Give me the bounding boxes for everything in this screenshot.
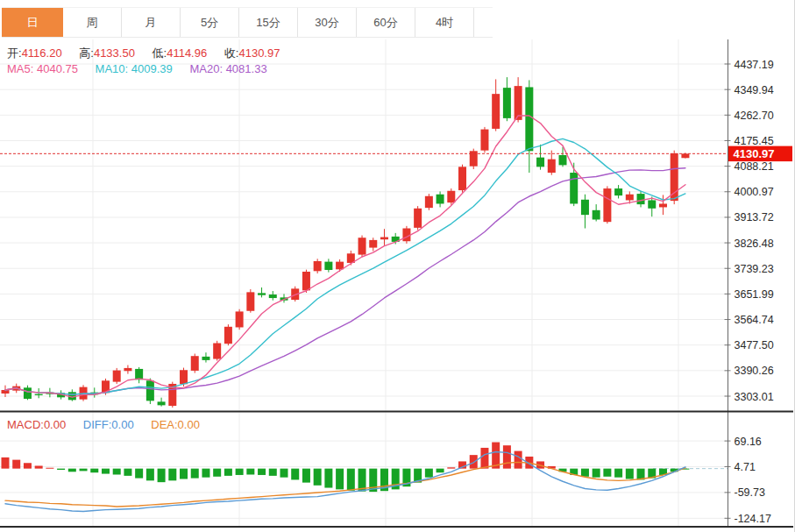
candle bbox=[258, 293, 266, 294]
macd-bar bbox=[158, 469, 166, 483]
y-axis-label: 3390.26 bbox=[735, 365, 774, 377]
macd-bar bbox=[258, 469, 266, 475]
high-value: 4133.50 bbox=[94, 46, 135, 60]
dea-value: 0.00 bbox=[178, 418, 200, 431]
candle bbox=[191, 356, 199, 371]
macd-bar bbox=[603, 469, 611, 477]
candle bbox=[246, 292, 254, 310]
macd-bar bbox=[146, 469, 154, 481]
macd-bar bbox=[626, 469, 634, 479]
macd-bar bbox=[90, 469, 98, 473]
candle bbox=[614, 188, 622, 195]
macd-bar bbox=[202, 469, 209, 478]
price-tag-label: 4130.97 bbox=[734, 147, 775, 160]
y-axis-label: 3739.23 bbox=[735, 263, 774, 275]
candle bbox=[213, 344, 221, 359]
candle bbox=[593, 210, 600, 220]
trading-chart-page: { "tabs": { "items": [ {"label": "日", "a… bbox=[0, 0, 795, 532]
y-axis-label: 4175.45 bbox=[735, 135, 774, 147]
macd-bar bbox=[470, 455, 478, 469]
macd-bar bbox=[224, 469, 232, 476]
candle bbox=[581, 200, 589, 215]
candle bbox=[480, 130, 488, 151]
macd-bar bbox=[324, 469, 332, 488]
ma10-label: MA10: bbox=[96, 62, 129, 75]
candle bbox=[458, 167, 466, 190]
candle bbox=[402, 229, 410, 242]
candle bbox=[503, 88, 511, 118]
macd-bar bbox=[593, 469, 600, 478]
macd-label: MACD: bbox=[7, 418, 44, 431]
candle bbox=[570, 173, 578, 203]
ma-readout: MA5: 4040.75 MA10: 4009.39 MA20: 4081.33 bbox=[7, 62, 281, 75]
candle bbox=[369, 240, 377, 248]
candle bbox=[515, 86, 522, 120]
macd-bar bbox=[57, 469, 65, 470]
diff-label: DIFF: bbox=[83, 418, 112, 431]
candle bbox=[158, 401, 166, 405]
candle bbox=[659, 203, 667, 207]
macd-bar bbox=[236, 469, 244, 475]
macd-bar bbox=[24, 463, 32, 468]
macd-bar bbox=[168, 469, 176, 481]
macd-bar bbox=[425, 469, 433, 478]
macd-bar bbox=[246, 469, 254, 475]
macd-bar bbox=[12, 460, 20, 469]
macd-bar bbox=[80, 469, 88, 472]
macd-axis-label: 4.71 bbox=[735, 461, 756, 473]
macd-bar bbox=[581, 469, 589, 477]
y-axis-label: 3477.50 bbox=[735, 339, 774, 351]
candle bbox=[603, 188, 611, 222]
y-axis-label: 4088.21 bbox=[735, 160, 774, 173]
macd-bar bbox=[135, 469, 143, 479]
candle bbox=[492, 94, 500, 129]
ma5-label: MA5: bbox=[7, 62, 33, 75]
low-value: 4114.96 bbox=[167, 46, 207, 60]
y-axis-label: 3651.99 bbox=[735, 288, 774, 301]
candle bbox=[626, 195, 634, 201]
macd-bar bbox=[269, 469, 277, 476]
candle bbox=[447, 191, 455, 202]
candle bbox=[525, 87, 533, 151]
macd-bar bbox=[302, 469, 310, 483]
macd-bar bbox=[347, 469, 355, 491]
candle bbox=[236, 311, 244, 327]
macd-bar bbox=[515, 451, 522, 469]
ohlc-readout: 开:4116.20 高:4133.50 低:4114.96 收:4130.97 bbox=[7, 46, 294, 61]
macd-bar bbox=[503, 445, 511, 468]
y-axis-label: 3913.72 bbox=[735, 211, 774, 223]
low-label: 低: bbox=[153, 46, 167, 60]
candle bbox=[414, 209, 422, 228]
candle bbox=[324, 262, 332, 270]
y-axis-label: 4437.19 bbox=[735, 59, 774, 71]
ma20-value: 4081.33 bbox=[226, 62, 267, 75]
macd-bar bbox=[68, 469, 76, 472]
macd-value: 0.00 bbox=[44, 418, 66, 431]
diff-line bbox=[5, 451, 685, 511]
macd-bar bbox=[46, 468, 53, 469]
macd-bar bbox=[191, 469, 199, 479]
macd-bar bbox=[336, 469, 344, 490]
macd-bar bbox=[314, 469, 322, 486]
macd-axis-label: -124.17 bbox=[735, 513, 771, 525]
chart-canvas[interactable]: 4437.194349.944262.704175.454088.214000.… bbox=[0, 0, 795, 532]
macd-axis-label: 69.16 bbox=[735, 436, 762, 448]
dea-label: DEA: bbox=[151, 418, 177, 431]
candle bbox=[302, 272, 310, 290]
candle bbox=[224, 327, 232, 344]
y-axis-label: 4000.97 bbox=[735, 186, 774, 198]
candle bbox=[146, 380, 154, 401]
y-axis-label: 3826.48 bbox=[735, 238, 774, 250]
open-label: 开: bbox=[7, 46, 22, 60]
candle bbox=[202, 357, 209, 360]
y-axis-label: 3303.01 bbox=[735, 391, 774, 403]
ma5-value: 4040.75 bbox=[37, 62, 78, 75]
y-axis-label: 4349.94 bbox=[735, 84, 774, 96]
macd-axis-label: -59.73 bbox=[735, 486, 765, 499]
candle bbox=[113, 371, 121, 382]
macd-bar bbox=[180, 469, 188, 479]
ma5-line bbox=[5, 116, 685, 397]
macd-bar bbox=[480, 448, 488, 469]
ma20-label: MA20: bbox=[189, 62, 223, 75]
candle bbox=[24, 387, 32, 399]
